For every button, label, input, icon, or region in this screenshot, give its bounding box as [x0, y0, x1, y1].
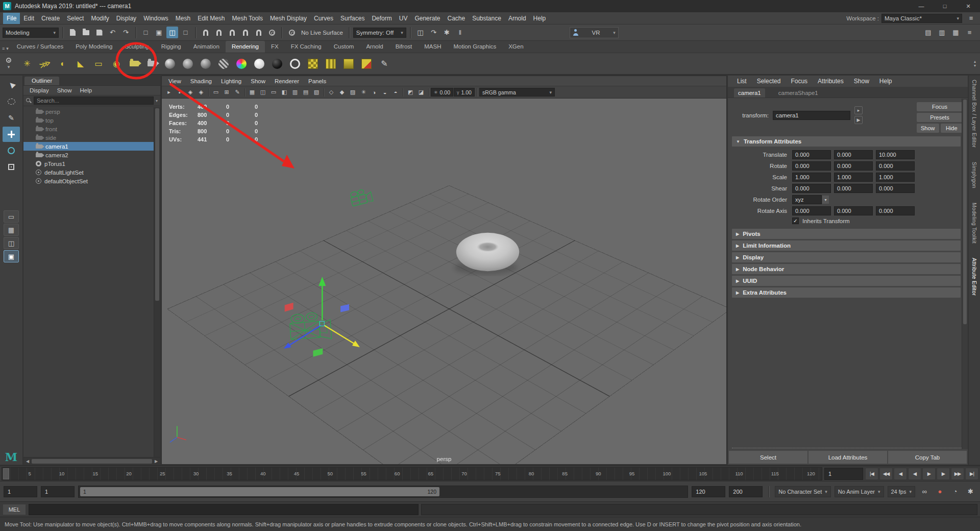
outliner-item-camera1[interactable]: camera1	[23, 142, 154, 151]
live-surface-icon[interactable]	[286, 27, 298, 38]
time-slider[interactable]: 5101520253035404550556065707580859095100…	[2, 467, 822, 480]
rotate-order-dropdown[interactable]: xyz	[792, 195, 822, 204]
ae-menu-focus[interactable]: Focus	[786, 78, 813, 85]
viewport-3d-view[interactable]: Verts:40000 Edges:80000 Faces:40000 Tris…	[162, 99, 726, 464]
notes-divider[interactable]	[732, 448, 964, 448]
rotate-axis-x-field[interactable]: 0.000	[792, 206, 831, 215]
ipr-render-icon[interactable]: ↷	[428, 27, 439, 38]
textured-mode-icon[interactable]: ▨	[348, 87, 358, 98]
viewport-menu-shading[interactable]: Shading	[186, 78, 216, 84]
section-pivots[interactable]: ▶ Pivots	[732, 229, 961, 239]
script-output-field[interactable]	[421, 504, 977, 515]
playback-end-field[interactable]: 120	[692, 486, 725, 497]
viewport-menu-renderer[interactable]: Renderer	[270, 78, 304, 84]
preferences-gear-icon[interactable]: ✱	[965, 486, 976, 497]
menu-create[interactable]: Create	[38, 13, 63, 24]
go-to-end-button[interactable]: ▶|	[965, 468, 978, 480]
outliner-item-persp[interactable]: persp	[23, 107, 154, 116]
current-frame-field[interactable]: 1	[824, 468, 863, 480]
side-tab-modeling-toolkit[interactable]: Modeling Toolkit	[971, 203, 977, 244]
auto-keyframe-icon[interactable]: ●	[934, 486, 946, 497]
surface-shader-shelf-icon[interactable]	[252, 56, 267, 71]
maximize-button[interactable]: □	[933, 0, 957, 12]
menu-set-dropdown[interactable]: Modeling ▾	[3, 28, 59, 38]
tab-camera1[interactable]: camera1	[734, 88, 765, 98]
scale-z-field[interactable]: 1.000	[876, 173, 915, 182]
color-wheel-shelf-icon[interactable]	[234, 56, 249, 71]
menu-deform[interactable]: Deform	[368, 13, 395, 24]
mel-command-input[interactable]	[29, 504, 419, 515]
group-separator[interactable]	[349, 27, 350, 38]
field-chart-icon[interactable]: ▥	[290, 87, 300, 98]
menu-surfaces[interactable]: Surfaces	[337, 13, 368, 24]
range-start-handle[interactable]: 1	[83, 489, 86, 495]
shelf-tab-animation[interactable]: Animation	[187, 41, 226, 53]
close-button[interactable]: ✕	[957, 0, 980, 12]
outliner-item-camera2[interactable]: camera2	[23, 151, 154, 159]
go-to-start-button[interactable]: |◀	[865, 468, 878, 480]
viewport-menu-show[interactable]: Show	[246, 78, 270, 84]
exposure-field[interactable]: ✳ 0.00	[431, 88, 453, 96]
rotate-x-field[interactable]: 0.000	[792, 161, 831, 171]
shelf-tab-motion-graphics[interactable]: Motion Graphics	[447, 41, 502, 53]
viewport-menu-view[interactable]: View	[164, 78, 186, 84]
gamma-field[interactable]: γ 1.00	[454, 88, 475, 96]
ambient-occlusion-icon[interactable]: ◒	[380, 87, 390, 98]
scroll-left-icon[interactable]: ◀	[24, 459, 31, 464]
use-background-shelf-icon[interactable]	[270, 56, 285, 71]
scale-x-field[interactable]: 1.000	[792, 173, 831, 182]
move-tool[interactable]	[3, 127, 20, 142]
standard-surface-shelf-icon[interactable]	[162, 56, 178, 71]
shelf-tab-curves-surfaces[interactable]: Curves / Surfaces	[11, 41, 69, 53]
rotate-y-field[interactable]: 0.000	[834, 161, 873, 171]
menu-substance[interactable]: Substance	[469, 13, 505, 24]
ae-menu-list[interactable]: List	[732, 78, 752, 85]
scroll-right-icon[interactable]: ▶	[153, 459, 159, 464]
section-transform-attributes[interactable]: ▼ Transform Attributes	[732, 136, 961, 147]
undo-icon[interactable]: ↶	[107, 27, 118, 38]
snap-curve-icon[interactable]	[213, 27, 225, 38]
ambient-light-shelf-icon[interactable]: ◐	[55, 56, 70, 71]
section-display[interactable]: ▶ Display	[732, 252, 961, 262]
menu-modify[interactable]: Modify	[87, 13, 112, 24]
shelf-tab-fx[interactable]: FX	[265, 41, 285, 53]
menu-file[interactable]: File	[3, 13, 20, 24]
move-manipulator[interactable]	[284, 277, 360, 357]
ae-menu-selected[interactable]: Selected	[752, 78, 786, 85]
section-extra-attributes[interactable]: ▶ Extra Attributes	[732, 287, 961, 298]
make-live-icon[interactable]	[266, 27, 278, 38]
phong-shelf-icon[interactable]	[198, 56, 213, 71]
select-by-type-icon[interactable]: □	[180, 27, 191, 38]
range-slider-bar[interactable]: 1 120	[80, 487, 439, 496]
section-limit-information[interactable]: ▶ Limit Information	[732, 240, 961, 251]
animation-start-field[interactable]: 1	[4, 486, 37, 497]
hide-button[interactable]: Hide	[941, 124, 963, 133]
gate-mask-icon[interactable]: ◧	[279, 87, 289, 98]
rotate-tool[interactable]	[3, 143, 20, 158]
manipulator-x-axis[interactable]	[324, 325, 354, 344]
step-forward-key-button[interactable]: ▶▶	[951, 468, 964, 480]
ae-menu-attributes[interactable]: Attributes	[813, 78, 849, 85]
shear-x-field[interactable]: 0.000	[792, 184, 831, 193]
directional-light-shelf-icon[interactable]: ⋙	[35, 54, 55, 73]
shelf-tab-selector-icon[interactable]: ▾	[6, 46, 9, 51]
split-pane-layout-button[interactable]: ◫	[4, 237, 19, 249]
manipulator-plane-blue[interactable]	[340, 304, 349, 312]
animation-preferences-icon[interactable]: ◔	[949, 486, 961, 497]
snap-point-icon[interactable]	[226, 27, 238, 38]
character-set-dropdown[interactable]: No Character Set ▾	[775, 486, 831, 497]
playback-start-field[interactable]: 1	[41, 486, 75, 497]
menu-uv[interactable]: UV	[396, 13, 411, 24]
lasso-tool[interactable]	[3, 94, 20, 109]
outliner-search-input[interactable]: Search...	[34, 96, 154, 105]
translate-y-field[interactable]: 0.000	[834, 150, 873, 159]
outliner-persp-layout-button[interactable]: ▣	[4, 250, 19, 262]
focus-button[interactable]: Focus	[917, 102, 963, 111]
menu-edit-mesh[interactable]: Edit Mesh	[194, 13, 228, 24]
select-component-icon[interactable]: ◫	[166, 27, 178, 38]
vr-dropdown[interactable]: VR ▾	[570, 27, 619, 38]
paint-select-tool[interactable]: ✎	[3, 110, 20, 126]
outliner-menu-display[interactable]: Display	[26, 87, 53, 93]
fps-dropdown[interactable]: 24 fps ▾	[888, 486, 916, 497]
workspace-options-icon[interactable]: ≡	[965, 12, 977, 24]
